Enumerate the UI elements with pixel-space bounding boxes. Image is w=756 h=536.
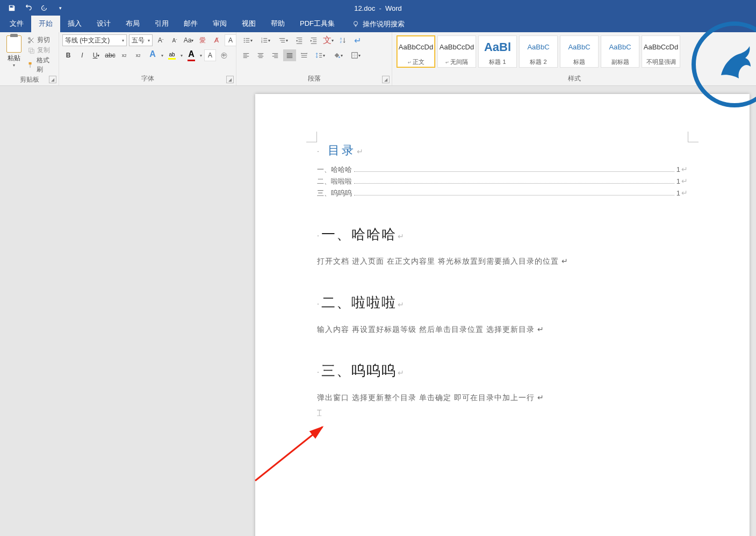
- style-item-0[interactable]: AaBbCcDd↵正文: [397, 35, 435, 68]
- body-text[interactable]: 输入内容 再设置好标题等级 然后单击目录位置 选择更新目录 ↵: [317, 325, 688, 335]
- text-cursor: ⌶: [317, 408, 688, 417]
- toc-entry[interactable]: 二、啦啦啦1↵: [317, 177, 688, 186]
- increase-indent-button[interactable]: [307, 34, 320, 46]
- asian-layout-button[interactable]: 文▾: [322, 34, 335, 46]
- numbering-button[interactable]: 123▾: [257, 34, 273, 46]
- clear-formatting-button[interactable]: A̸: [211, 34, 222, 46]
- tell-me-search[interactable]: 操作说明搜索: [348, 16, 409, 32]
- undo-button[interactable]: [20, 2, 35, 15]
- justify-button[interactable]: [283, 49, 296, 61]
- toc-entry[interactable]: 一、哈哈哈1↵: [317, 165, 688, 175]
- italic-button[interactable]: I: [76, 49, 88, 61]
- style-name: 标题: [573, 58, 585, 67]
- font-name-combo[interactable]: 等线 (中文正文)▾: [62, 34, 127, 46]
- style-item-4[interactable]: AaBbC标题: [560, 35, 599, 68]
- font-color-button[interactable]: A: [185, 49, 198, 61]
- bullets-icon: [243, 37, 250, 44]
- annotation-arrow: [250, 422, 336, 486]
- tab-design[interactable]: 设计: [89, 16, 118, 32]
- cut-button[interactable]: 剪切: [27, 35, 55, 45]
- copy-button[interactable]: 复制: [27, 46, 55, 55]
- tab-pdf[interactable]: PDF工具集: [292, 16, 342, 32]
- style-preview: AaBbCcDd: [399, 36, 433, 58]
- justify-icon: [286, 52, 293, 59]
- distributed-button[interactable]: [298, 49, 311, 61]
- style-item-6[interactable]: AaBbCcDd不明显强调: [642, 35, 680, 68]
- bullets-button[interactable]: ▾: [240, 34, 256, 46]
- bold-button[interactable]: B: [62, 49, 74, 61]
- style-preview: AaBbC: [527, 36, 549, 58]
- text-effects-button[interactable]: A: [146, 49, 159, 61]
- tab-file[interactable]: 文件: [2, 16, 31, 32]
- svg-point-1: [354, 21, 358, 25]
- paste-label: 粘贴: [8, 54, 20, 63]
- format-painter-button[interactable]: 格式刷: [27, 56, 55, 74]
- decrease-indent-button[interactable]: [293, 34, 306, 46]
- sort-button[interactable]: AZ: [336, 34, 349, 46]
- multilevel-list-button[interactable]: ▾: [275, 34, 291, 46]
- body-text[interactable]: 弹出窗口 选择更新整个目录 单击确定 即可在目录中加上一行 ↵: [317, 393, 688, 403]
- paste-button[interactable]: 粘贴 ▾: [3, 34, 25, 68]
- character-border-button[interactable]: A: [225, 34, 236, 46]
- underline-button[interactable]: U▾: [90, 49, 102, 61]
- heading-1[interactable]: 一、哈哈哈↵: [317, 225, 688, 244]
- redo-button[interactable]: [37, 2, 52, 15]
- tab-help[interactable]: 帮助: [263, 16, 292, 32]
- scissors-icon: [27, 37, 35, 44]
- tab-review[interactable]: 审阅: [205, 16, 234, 32]
- style-item-2[interactable]: AaBl标题 1: [478, 35, 517, 68]
- borders-button[interactable]: ▾: [348, 49, 364, 61]
- horse-icon: [713, 43, 756, 86]
- enclose-characters-button[interactable]: ㊥: [218, 49, 230, 61]
- tab-references[interactable]: 引用: [147, 16, 176, 32]
- phonetic-guide-button[interactable]: 愛: [197, 34, 208, 46]
- document-area[interactable]: 目录↵ 一、哈哈哈1↵二、啦啦啦1↵三、呜呜呜1↵ 一、哈哈哈↵打开文档 进入页…: [0, 86, 756, 536]
- tab-insert[interactable]: 插入: [60, 16, 89, 32]
- tab-view[interactable]: 视图: [234, 16, 263, 32]
- borders-icon: [351, 52, 358, 59]
- show-marks-button[interactable]: ↵: [351, 34, 364, 46]
- shading-button[interactable]: ▾: [330, 49, 346, 61]
- svg-text:Z: Z: [340, 40, 342, 44]
- body-text[interactable]: 打开文档 进入页面 在正文内容里 将光标放置到需要插入目录的位置 ↵: [317, 257, 688, 266]
- heading-3[interactable]: 三、呜呜呜↵: [317, 361, 688, 380]
- style-preview: AaBbC: [609, 36, 631, 58]
- qat-customize[interactable]: ▾: [53, 2, 68, 15]
- redo-icon: [40, 4, 48, 12]
- align-center-button[interactable]: [254, 49, 267, 61]
- style-name: ↵正文: [408, 58, 424, 67]
- character-shading-button[interactable]: A: [204, 49, 216, 61]
- grow-font-button[interactable]: Aˆ: [155, 34, 167, 46]
- change-case-button[interactable]: Aa▾: [183, 34, 195, 46]
- style-item-1[interactable]: AaBbCcDd↵无间隔: [437, 35, 476, 68]
- page[interactable]: 目录↵ 一、哈哈哈1↵二、啦啦啦1↵三、呜呜呜1↵ 一、哈哈哈↵打开文档 进入页…: [255, 94, 750, 536]
- tab-home[interactable]: 开始: [31, 16, 60, 32]
- group-clipboard: 粘贴 ▾ 剪切 复制 格式刷 剪贴板 ◢: [0, 32, 59, 85]
- subscript-button[interactable]: x2: [118, 49, 130, 61]
- cut-label: 剪切: [37, 35, 50, 45]
- style-item-5[interactable]: AaBbC副标题: [601, 35, 639, 68]
- font-dialog-launcher[interactable]: ◢: [226, 76, 234, 83]
- highlight-button[interactable]: ab: [165, 52, 178, 60]
- filename: 12.doc: [354, 4, 375, 12]
- strikethrough-button[interactable]: abc: [104, 49, 116, 61]
- line-spacing-button[interactable]: ▾: [312, 49, 328, 61]
- tab-layout[interactable]: 布局: [118, 16, 147, 32]
- align-right-button[interactable]: [269, 49, 282, 61]
- heading-2[interactable]: 二、啦啦啦↵: [317, 293, 688, 312]
- shrink-font-button[interactable]: Aˇ: [169, 34, 181, 46]
- superscript-button[interactable]: x2: [132, 49, 144, 61]
- style-item-3[interactable]: AaBbC标题 2: [519, 35, 558, 68]
- toc-entry[interactable]: 三、呜呜呜1↵: [317, 189, 688, 198]
- align-left-button[interactable]: [240, 49, 253, 61]
- clipboard-dialog-launcher[interactable]: ◢: [49, 76, 56, 83]
- paragraph-dialog-launcher[interactable]: ◢: [382, 76, 390, 83]
- tab-mailings[interactable]: 邮件: [176, 16, 205, 32]
- style-preview: AaBl: [484, 36, 511, 58]
- save-button[interactable]: [4, 2, 19, 15]
- toc-page: 1↵: [676, 177, 688, 185]
- font-size-combo[interactable]: 五号▾: [129, 34, 153, 46]
- svg-text:A: A: [340, 37, 342, 40]
- group-paragraph: ▾ 123▾ ▾ 文▾ AZ ↵ ▾ ▾ ▾ 段落 ◢: [236, 32, 392, 85]
- align-center-icon: [257, 52, 264, 59]
